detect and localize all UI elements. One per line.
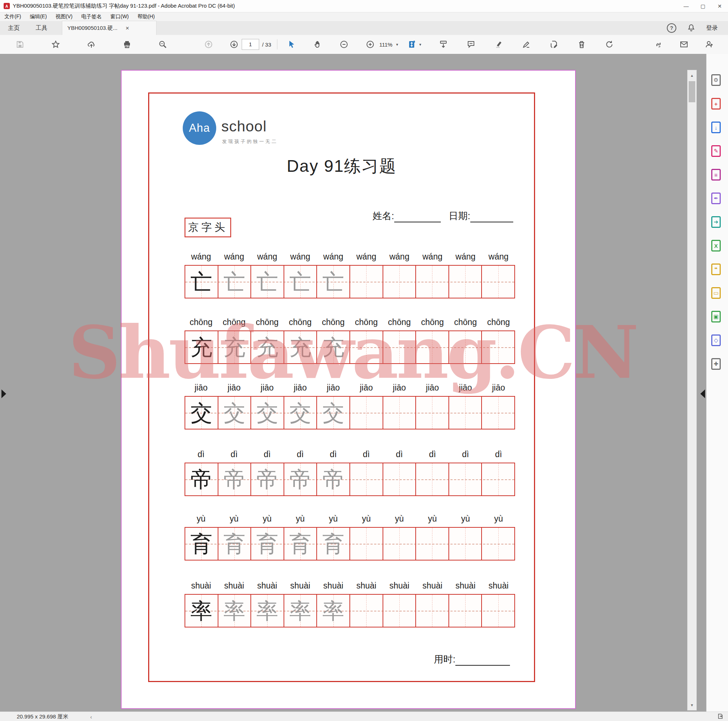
- organize-pages-icon[interactable]: ≡: [711, 169, 723, 181]
- practice-cell: [350, 266, 383, 298]
- pinyin-row: jiāojiāojiāojiāojiāojiāojiāojiāojiāojiāo: [185, 383, 515, 396]
- menu-item[interactable]: 帮助(H): [133, 12, 159, 21]
- menu-item[interactable]: 编辑(E): [26, 12, 51, 21]
- pinyin-label: dì: [482, 449, 515, 463]
- sign-icon[interactable]: [521, 39, 532, 50]
- page-total-label: / 33: [262, 41, 271, 48]
- comment-icon[interactable]: [466, 39, 476, 50]
- login-button[interactable]: 登录: [706, 24, 718, 32]
- practice-cell: [350, 528, 383, 560]
- vertical-scrollbar[interactable]: ▲ ▼: [687, 70, 697, 710]
- close-button[interactable]: ✕: [711, 0, 728, 12]
- edit-pdf-icon[interactable]: ✎: [711, 145, 723, 157]
- next-page-icon[interactable]: [229, 39, 240, 50]
- practice-cell: [350, 463, 383, 495]
- fit-dropdown-caret-icon[interactable]: ▾: [419, 42, 422, 47]
- tab-tools[interactable]: 工具: [28, 21, 55, 35]
- menu-item[interactable]: 窗口(W): [106, 12, 133, 21]
- practice-cell: [449, 331, 482, 363]
- title-bar: A YBH009050103.硬笔控笔训练辅助练习 字帖day 91-123.p…: [0, 0, 728, 12]
- pinyin-label: chōng: [284, 318, 317, 330]
- highlight-icon[interactable]: [493, 39, 504, 50]
- zoom-out-icon[interactable]: [338, 39, 349, 50]
- star-icon[interactable]: [50, 39, 61, 50]
- practice-grid: 率率率率率: [185, 594, 515, 628]
- brand-tagline: 发现孩子的独一无二: [222, 138, 278, 145]
- pinyin-label: jiāo: [383, 383, 416, 396]
- practice-cell: [350, 331, 383, 363]
- comment-panel-icon[interactable]: ▭: [711, 287, 723, 299]
- pinyin-label: jiāo: [350, 383, 383, 396]
- practice-cell: [449, 528, 482, 560]
- share-link-icon[interactable]: [653, 39, 664, 50]
- protect-icon[interactable]: ◇: [711, 335, 723, 347]
- pinyin-label: yù: [449, 514, 482, 527]
- practice-cell: 育: [219, 528, 252, 560]
- view-settings-icon[interactable]: ⚙: [711, 74, 723, 87]
- zoom-dropdown-caret-icon[interactable]: ▾: [396, 42, 398, 47]
- send-review-icon[interactable]: ➔: [711, 216, 723, 229]
- tab-close-icon[interactable]: ✕: [125, 26, 130, 31]
- pinyin-label: wáng: [251, 252, 284, 265]
- minimize-button[interactable]: —: [678, 0, 694, 12]
- notifications-bell-icon[interactable]: [686, 23, 697, 34]
- share-cloud-icon[interactable]: [86, 39, 97, 50]
- help-icon[interactable]: ?: [667, 23, 676, 33]
- document-canvas[interactable]: Aha school 发现孩子的独一无二 Day 91练习题 姓名: 日期: 京…: [0, 54, 728, 712]
- zoom-level-value[interactable]: 111%: [379, 41, 392, 48]
- scan-ocr-icon: ▣: [711, 311, 721, 322]
- right-panel-toggle-icon[interactable]: [700, 390, 705, 398]
- export-pdf-icon[interactable]: ↓: [711, 122, 723, 134]
- hscroll-left-icon[interactable]: ‹: [90, 714, 92, 720]
- scrollbar-thumb[interactable]: [689, 81, 695, 102]
- more-tools-icon[interactable]: ✚: [711, 358, 723, 371]
- export-excel-icon[interactable]: X: [711, 240, 723, 252]
- scroll-up-icon[interactable]: ▲: [688, 71, 696, 80]
- pinyin-label: jiāo: [251, 383, 284, 396]
- practice-cell: [449, 266, 482, 298]
- email-icon[interactable]: [679, 39, 690, 50]
- fit-width-icon[interactable]: [406, 39, 417, 50]
- trace-character: 帝: [317, 463, 349, 495]
- scroll-down-icon[interactable]: ▼: [688, 701, 696, 709]
- tab-document[interactable]: YBH009050103.硬... ✕: [62, 21, 156, 35]
- tab-home[interactable]: 主页: [0, 21, 28, 35]
- fill-sign-icon[interactable]: ✒: [711, 192, 723, 205]
- export-pdf-icon: ↓: [711, 122, 721, 133]
- example-character: 交: [185, 397, 218, 429]
- create-pdf-icon[interactable]: +: [711, 98, 723, 110]
- previous-page-icon[interactable]: [203, 39, 214, 50]
- pdf-page[interactable]: Aha school 发现孩子的独一无二 Day 91练习题 姓名: 日期: 京…: [121, 70, 576, 709]
- add-account-icon[interactable]: [704, 39, 715, 50]
- menu-item[interactable]: 视图(V): [51, 12, 77, 21]
- practice-cell: [383, 463, 416, 495]
- toolbar: / 33 111% ▾ ▾: [0, 35, 728, 54]
- export-excel-icon: X: [711, 240, 721, 252]
- scan-ocr-icon[interactable]: ▣: [711, 311, 723, 323]
- practice-cell: 率: [284, 595, 317, 627]
- select-tool-icon[interactable]: [286, 39, 297, 50]
- left-panel-toggle-icon[interactable]: [2, 390, 6, 398]
- save-icon[interactable]: [15, 39, 26, 50]
- menu-item[interactable]: 文件(F): [0, 12, 26, 21]
- hand-tool-icon[interactable]: [312, 39, 323, 50]
- toolbar-view-icons: [286, 39, 376, 50]
- print-icon[interactable]: [122, 39, 133, 50]
- page-number-input[interactable]: [242, 39, 259, 50]
- pinyin-row: wángwángwángwángwángwángwángwángwángwáng: [185, 252, 515, 265]
- delete-pages-icon[interactable]: [576, 39, 587, 50]
- example-character: 充: [185, 331, 218, 363]
- pinyin-label: dì: [218, 449, 251, 463]
- practice-cell: 帝: [219, 463, 252, 495]
- expand-panel-icon[interactable]: [717, 713, 723, 721]
- menu-item[interactable]: 电子签名: [77, 12, 106, 21]
- search-icon[interactable]: [157, 39, 168, 50]
- tools-side-panel: ⚙+↓✎≡✒➔X❝▭▣◇✚: [706, 54, 728, 712]
- maximize-button[interactable]: ▢: [694, 0, 711, 12]
- scroll-mode-icon[interactable]: [438, 39, 449, 50]
- practice-cell: [482, 528, 514, 560]
- refresh-icon[interactable]: [604, 39, 615, 50]
- edit-export-icon[interactable]: [549, 39, 560, 50]
- zoom-in-icon[interactable]: [365, 39, 376, 50]
- request-signature-icon[interactable]: ❝: [711, 264, 723, 276]
